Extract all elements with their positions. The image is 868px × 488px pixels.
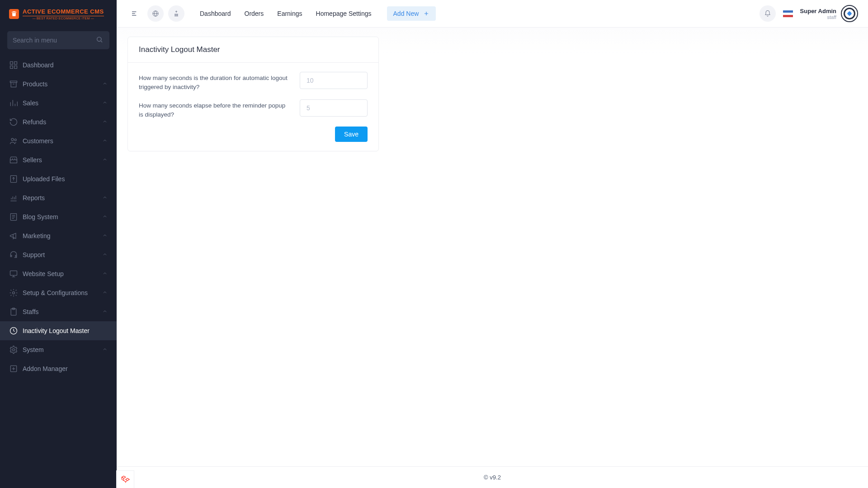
sidebar-item-sellers[interactable]: Sellers bbox=[0, 150, 117, 169]
sidebar-item-refunds[interactable]: Refunds bbox=[0, 113, 117, 131]
chevron-up-icon bbox=[102, 289, 108, 296]
sidebar-item-label: Inactivity Logout Master bbox=[23, 327, 90, 334]
save-button[interactable]: Save bbox=[335, 127, 368, 142]
sidebar-item-label: Sellers bbox=[23, 156, 42, 164]
topnav-link-orders[interactable]: Orders bbox=[245, 10, 264, 17]
sidebar-item-blog-system[interactable]: Blog System bbox=[0, 207, 117, 226]
avatar bbox=[841, 5, 858, 22]
sidebar-item-label: Website Setup bbox=[23, 270, 64, 277]
user-role: staff bbox=[800, 14, 836, 20]
svg-point-7 bbox=[14, 139, 16, 141]
sidebar-item-customers[interactable]: Customers bbox=[0, 131, 117, 150]
sidebar-item-sales[interactable]: Sales bbox=[0, 94, 117, 113]
topnav-link-dashboard[interactable]: Dashboard bbox=[200, 10, 231, 17]
clipboard-icon bbox=[9, 307, 18, 316]
sidebar-item-addon-manager[interactable]: Addon Manager bbox=[0, 359, 117, 378]
chevron-up-icon bbox=[102, 80, 108, 88]
topnav-link-homepage-settings[interactable]: Homepage Settings bbox=[316, 10, 372, 17]
svg-rect-3 bbox=[10, 66, 13, 69]
refresh-icon bbox=[9, 117, 18, 127]
sidebar-item-dashboard[interactable]: Dashboard bbox=[0, 56, 117, 75]
sidebar-item-reports[interactable]: Reports bbox=[0, 188, 117, 207]
sidebar-item-label: Customers bbox=[23, 137, 53, 145]
sidebar-item-label: Dashboard bbox=[23, 61, 54, 69]
svg-point-6 bbox=[11, 138, 14, 141]
sidebar-item-label: Addon Manager bbox=[23, 365, 68, 372]
svg-rect-5 bbox=[10, 81, 17, 82]
upload-icon bbox=[9, 174, 18, 183]
archive-icon bbox=[9, 80, 18, 89]
menu-toggle-button[interactable] bbox=[127, 5, 143, 22]
bag-icon bbox=[9, 9, 19, 19]
topnav-link-earnings[interactable]: Earnings bbox=[277, 10, 302, 17]
form-actions: Save bbox=[139, 127, 368, 142]
form-row-logout-duration: How many seconds is the duration for aut… bbox=[139, 72, 368, 92]
sidebar-search bbox=[7, 31, 109, 49]
sidebar-item-label: Refunds bbox=[23, 118, 46, 126]
sidebar-item-label: Staffs bbox=[23, 308, 39, 315]
plus-icon bbox=[423, 10, 429, 17]
sidebar-item-products[interactable]: Products bbox=[0, 75, 117, 94]
sidebar-item-label: System bbox=[23, 346, 44, 353]
svg-rect-4 bbox=[14, 66, 17, 69]
bar-chart-icon bbox=[9, 99, 18, 108]
clock-icon bbox=[9, 326, 18, 335]
sidebar-item-support[interactable]: Support bbox=[0, 245, 117, 264]
chevron-up-icon bbox=[102, 213, 108, 221]
chevron-up-icon bbox=[102, 346, 108, 353]
monitor-icon bbox=[9, 269, 18, 278]
topbar-left: Dashboard Orders Earnings Homepage Setti… bbox=[127, 5, 436, 22]
gear-icon bbox=[9, 288, 18, 297]
headset-icon bbox=[9, 250, 18, 259]
user-menu[interactable]: Super Admin staff bbox=[800, 5, 858, 22]
chevron-up-icon bbox=[102, 232, 108, 239]
svg-rect-2 bbox=[14, 62, 17, 65]
users-icon bbox=[9, 136, 18, 145]
user-text: Super Admin staff bbox=[800, 8, 836, 20]
store-icon bbox=[9, 155, 18, 164]
svg-rect-10 bbox=[10, 271, 17, 275]
card-title: Inactivity Logout Master bbox=[128, 37, 378, 63]
sidebar-item-staffs[interactable]: Staffs bbox=[0, 302, 117, 321]
chevron-up-icon bbox=[102, 156, 108, 164]
sidebar: ACTIVE ECOMMERCE CMS BEST RATED ECOMMERC… bbox=[0, 0, 117, 488]
form-row-reminder-popup: How many seconds elapse before the remin… bbox=[139, 99, 368, 120]
chevron-up-icon bbox=[102, 137, 108, 145]
reminder-popup-input[interactable] bbox=[300, 99, 368, 117]
add-new-button[interactable]: Add New bbox=[387, 6, 436, 21]
sidebar-item-label: Setup & Configurations bbox=[23, 289, 88, 296]
svg-rect-1 bbox=[10, 62, 13, 65]
logout-duration-input[interactable] bbox=[300, 72, 368, 89]
laravel-badge[interactable] bbox=[117, 471, 134, 488]
sidebar-item-label: Blog System bbox=[23, 213, 58, 221]
svg-point-11 bbox=[13, 292, 15, 294]
sidebar-item-marketing[interactable]: Marketing bbox=[0, 226, 117, 245]
svg-point-15 bbox=[13, 349, 15, 351]
sidebar-item-inactivity-logout-master[interactable]: Inactivity Logout Master bbox=[0, 321, 117, 340]
user-name: Super Admin bbox=[800, 8, 836, 14]
globe-button[interactable] bbox=[147, 5, 164, 22]
megaphone-icon bbox=[9, 231, 18, 240]
book-icon bbox=[9, 212, 18, 221]
sidebar-item-uploaded-files[interactable]: Uploaded Files bbox=[0, 169, 117, 188]
flag-icon[interactable] bbox=[783, 10, 793, 17]
cache-button[interactable] bbox=[168, 5, 184, 22]
chevron-up-icon bbox=[102, 308, 108, 315]
sidebar-item-label: Sales bbox=[23, 99, 38, 107]
reminder-popup-label: How many seconds elapse before the remin… bbox=[139, 99, 300, 120]
sidebar-item-system[interactable]: System bbox=[0, 340, 117, 359]
grid-icon bbox=[9, 61, 18, 70]
sidebar-item-label: Uploaded Files bbox=[23, 175, 65, 183]
brand-logo[interactable]: ACTIVE ECOMMERCE CMS BEST RATED ECOMMERC… bbox=[0, 0, 117, 28]
chevron-up-icon bbox=[102, 251, 108, 258]
sidebar-item-setup-configurations[interactable]: Setup & Configurations bbox=[0, 283, 117, 302]
content: Inactivity Logout Master How many second… bbox=[117, 28, 868, 466]
card-body: How many seconds is the duration for aut… bbox=[128, 63, 378, 151]
main: Dashboard Orders Earnings Homepage Setti… bbox=[117, 0, 868, 488]
brand-text: ACTIVE ECOMMERCE CMS BEST RATED ECOMMERC… bbox=[23, 8, 104, 20]
chevron-up-icon bbox=[102, 194, 108, 202]
sidebar-scroll[interactable]: ACTIVE ECOMMERCE CMS BEST RATED ECOMMERC… bbox=[0, 0, 117, 488]
sidebar-item-website-setup[interactable]: Website Setup bbox=[0, 264, 117, 283]
search-input[interactable] bbox=[7, 31, 109, 49]
bell-button[interactable] bbox=[760, 5, 776, 22]
